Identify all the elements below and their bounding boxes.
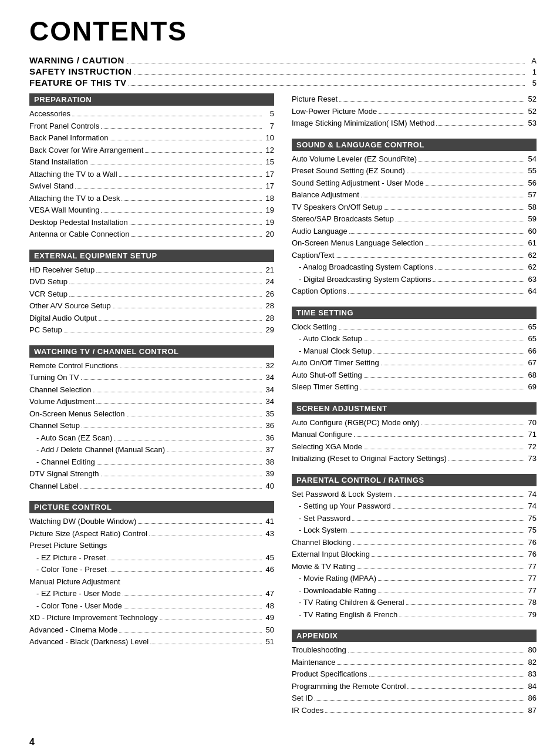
entry-page: 46 [264,564,274,576]
list-item: - Manual Clock Setup66 [292,345,537,357]
entry-page: 19 [264,217,274,228]
page-title: CONTENTS [29,18,537,45]
entry-label: XD - Picture Improvement Technology [29,612,158,624]
entry-page: 75 [526,513,537,524]
entry-label: - EZ Picture - Preset [29,552,106,564]
entry-page: 40 [264,480,274,492]
entry-label: Auto Volume Leveler (EZ SoundRite) [292,153,417,165]
entry-page: 32 [264,360,274,372]
dots [406,604,524,605]
dots [339,329,524,329]
entry-label: Set ID [292,692,313,704]
entry-label: Advanced - Cinema Mode [29,624,117,636]
entry-label: Watching DW (Double Window) [29,516,136,527]
entry-label: Manual Configure [292,429,352,440]
list-item: Other A/V Source Setup28 [29,300,274,312]
list-item: DTV Signal Strength39 [29,468,274,480]
dots [96,272,262,272]
entry-label: Clock Setting [292,321,337,333]
entry-page: 56 [526,177,537,189]
dots [421,425,524,425]
dots [337,664,524,665]
entry-page: 52 [526,106,537,117]
list-item: Caption Options64 [292,285,537,297]
list-item: Caption/Text62 [292,250,537,261]
section-header: SOUND & LANGUAGE CONTROL [292,139,537,151]
entry-page: 58 [526,201,537,213]
entry-label: Swivel Stand [29,180,73,192]
entry-page: 34 [264,372,274,383]
list-item: Watching DW (Double Window)41 [29,516,274,527]
entry-label: HD Receiver Setup [29,264,95,276]
entry-label: - Analog Broadcasting System Captions [292,261,433,273]
list-item: VCR Setup26 [29,288,274,300]
list-item: Channel Label40 [29,480,274,492]
section: EXTERNAL EQUIPMENT SETUPHD Receiver Setu… [29,250,274,336]
list-item: Channel Selection34 [29,384,274,396]
dots [90,164,262,164]
entry-label: Stereo/SAP Broadcasts Setup [292,213,394,225]
dots [372,556,524,557]
entry-label: Preset Sound Setting (EZ Sound) [292,165,405,177]
entry-label: Image Sticking Minimization( ISM) Method [292,117,434,129]
section: PARENTAL CONTROL / RATINGSSet Password &… [292,474,537,621]
entry-label: Volume Adjustment [29,396,95,408]
entry-page: 50 [264,624,274,636]
entry-label: Digital Audio Output [29,312,97,324]
entry-label: Picture Reset [292,93,338,105]
entry-page: 68 [526,369,537,381]
entry-label: TV Speakers On/Off Setup [292,201,382,213]
list-item: - Downloadable Rating77 [292,585,537,597]
top-entry: WARNING / CAUTIONA [29,55,537,65]
entry-label: PC Setup [29,324,62,336]
entry-page: 60 [526,226,537,237]
entry-label: Channel Setup [29,420,80,432]
list-item: - TV Rating English & French79 [292,609,537,621]
dots [97,464,262,465]
dots [384,209,524,210]
entry-label: Preset Picture Settings [29,540,107,551]
entry-label: Back Cover for Wire Arrangement [29,144,143,156]
dots [361,197,524,197]
entry-page: 73 [526,453,537,465]
entry-label: - TV Rating English & French [292,609,397,621]
list-item: - Set Password75 [292,513,537,524]
entry-label: Low-Power Picture Mode [292,106,377,117]
list-item: Audio Language60 [292,226,537,237]
dots [82,428,262,428]
list-item: XD - Picture Improvement Technology49 [29,612,274,624]
list-item: Back Cover for Wire Arrangement12 [29,144,274,156]
entry-label: Caption Options [292,285,346,297]
dots [381,365,524,365]
entry-label: Movie & TV Rating [292,561,355,573]
left-column: PREPARATIONAccessories5Front Panel Contr… [29,93,274,725]
entry-label: Advanced - Black (Darkness) Level [29,636,149,648]
entry-page: 78 [526,597,537,608]
entry-page: 87 [526,705,537,716]
entry-page: 17 [264,180,274,192]
entry-page: 80 [526,644,537,656]
section-header: PARENTAL CONTROL / RATINGS [292,474,537,486]
list-item: Preset Picture Settings [29,540,274,551]
dots [448,460,524,461]
entry-page: 43 [264,528,274,540]
dots [114,440,262,440]
dots [96,403,262,404]
dots [379,113,524,114]
entry-page: 34 [264,396,274,408]
entry-label: Programming the Remote Control [292,681,406,692]
entry-page: 18 [264,193,274,204]
section: TIME SETTINGClock Setting65- Auto Clock … [292,307,537,393]
dots [426,185,524,186]
entry-label: Auto Shut-off Setting [292,369,362,381]
top-entry-page: 1 [527,68,537,76]
entry-label: Turning On TV [29,372,79,383]
entry-page: 48 [264,600,274,612]
entry-page: 86 [526,692,537,704]
entry-page: 66 [526,345,537,357]
list-item: Clock Setting65 [292,321,537,333]
entry-label: Audio Language [292,226,348,237]
list-item: Back Panel Information10 [29,132,274,144]
entry-page: 24 [264,276,274,288]
dots [407,688,524,689]
